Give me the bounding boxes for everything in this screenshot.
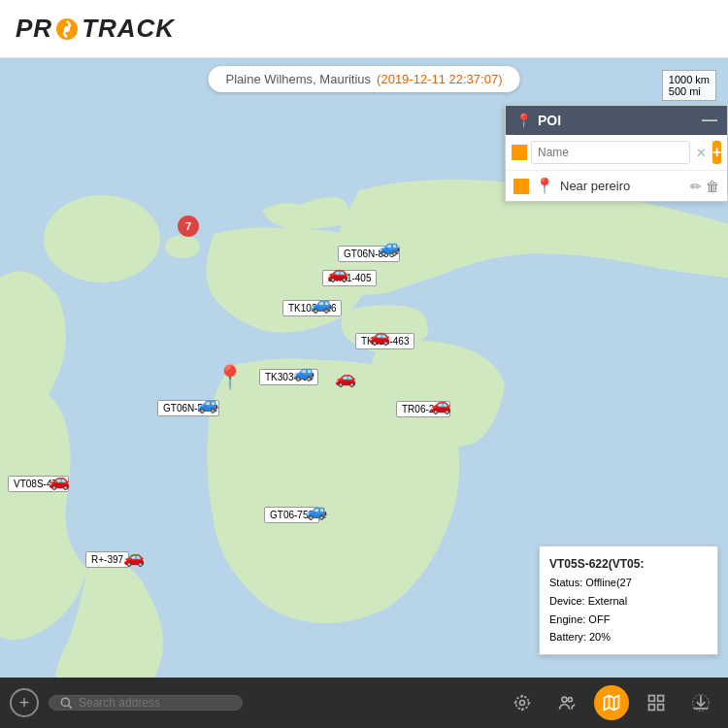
add-button[interactable]: +: [10, 688, 39, 717]
vehicle-popup-title: VT05S-622(VT05:: [549, 554, 708, 574]
poi-title-area: 📍 POI: [515, 113, 561, 128]
vehicle-popup-device: Device: External: [549, 592, 708, 611]
red-pin-marker[interactable]: 📍: [215, 364, 245, 391]
poi-item-location-icon: 📍: [535, 177, 554, 195]
svg-point-9: [562, 697, 567, 702]
poi-minimize-btn[interactable]: —: [702, 112, 717, 129]
logo-text-track: TRACK: [82, 14, 175, 44]
svg-line-6: [69, 706, 72, 709]
vehicle-popup-status: Status: Offline(27: [549, 574, 708, 592]
svg-point-1: [64, 26, 70, 32]
poi-item-edit-btn[interactable]: ✏: [690, 179, 702, 194]
search-bar: [49, 695, 243, 711]
svg-rect-17: [658, 705, 664, 711]
download-icon: [691, 693, 711, 712]
grid-btn[interactable]: [639, 685, 674, 720]
location-btn[interactable]: [505, 685, 540, 720]
poi-search-clear-btn[interactable]: ✕: [694, 146, 709, 160]
logo-text-pr: PR: [16, 14, 52, 44]
svg-point-7: [520, 701, 525, 706]
poi-item-checkbox[interactable]: [513, 179, 529, 194]
svg-rect-15: [658, 696, 664, 702]
poi-item-row: 📍 Near pereiro ✏ 🗑: [506, 170, 727, 201]
svg-point-10: [568, 698, 572, 702]
cluster-iceland[interactable]: 7: [178, 215, 199, 237]
svg-point-4: [165, 235, 200, 258]
vehicle-tk116-463[interactable]: 🚗: [369, 325, 390, 347]
map-active-icon: [602, 693, 621, 712]
vehicle-r397[interactable]: 🚗: [123, 546, 145, 568]
grid-icon: [646, 693, 666, 712]
poi-panel: 📍 POI — ✕ + 📍 Near pereiro ✏ 🗑: [505, 105, 728, 202]
scale-km: 1000 km: [669, 74, 710, 85]
scale-mi: 500 mi: [669, 85, 710, 97]
group-btn[interactable]: [549, 685, 584, 720]
vehicle-vt08s-474[interactable]: 🚗: [49, 470, 70, 491]
poi-add-btn[interactable]: +: [712, 141, 721, 164]
bottom-toolbar: +: [0, 678, 728, 728]
download-btn[interactable]: [683, 685, 718, 720]
vehicle-gt06n-806[interactable]: 🚙: [379, 236, 400, 257]
datetime-text: (2019-12-11 22:37:07): [377, 72, 502, 86]
logo-icon: [53, 16, 81, 43]
location-text: Plaine Wilhems, Mauritius: [226, 72, 372, 86]
poi-item-name: Near pereiro: [560, 179, 684, 193]
vehicle-gt06n-554[interactable]: 🚙: [197, 393, 218, 414]
location-icon: [513, 693, 532, 712]
poi-item-delete-btn[interactable]: 🗑: [706, 179, 719, 194]
poi-header: 📍 POI —: [506, 106, 727, 135]
main-content: Plaine Wilhems, Mauritius (2019-12-11 22…: [0, 58, 728, 728]
poi-title: POI: [538, 113, 561, 128]
svg-rect-16: [649, 705, 655, 711]
poi-filter-checkbox[interactable]: [512, 145, 527, 160]
svg-point-3: [44, 195, 160, 282]
svg-marker-11: [605, 696, 619, 711]
map-info-bar: Plaine Wilhems, Mauritius (2019-12-11 22…: [209, 66, 520, 92]
poi-item-actions: ✏ 🗑: [690, 179, 719, 194]
search-input[interactable]: [79, 696, 232, 710]
svg-point-8: [515, 696, 528, 709]
poi-search-row: ✕ +: [506, 135, 727, 170]
vehicle-popup-battery: Battery: 20%: [549, 628, 708, 646]
search-icon: [59, 696, 73, 710]
vehicle-jm01-405[interactable]: 🚗: [327, 262, 348, 283]
svg-point-5: [61, 698, 69, 706]
group-icon: [557, 693, 577, 712]
app-header: PR TRACK: [0, 0, 728, 58]
poi-location-icon: 📍: [515, 113, 532, 128]
vehicle-popup: VT05S-622(VT05: Status: Offline(27 Devic…: [539, 546, 718, 655]
vehicle-tk103-926[interactable]: 🚙: [311, 293, 332, 314]
vehicle-popup-engine: Engine: OFF: [549, 611, 708, 629]
map-btn[interactable]: [594, 685, 629, 720]
vehicle-334[interactable]: 🚗: [335, 367, 356, 388]
scale-bar: 1000 km 500 mi: [662, 70, 716, 101]
poi-search-input[interactable]: [531, 141, 690, 164]
vehicle-tk303-300[interactable]: 🚙: [293, 361, 314, 382]
svg-rect-14: [649, 696, 655, 702]
vehicle-tr06-226[interactable]: 🚗: [430, 394, 451, 415]
logo: PR TRACK: [16, 14, 175, 44]
vehicle-gt06-750[interactable]: 🚙: [306, 500, 327, 521]
map-area[interactable]: Plaine Wilhems, Mauritius (2019-12-11 22…: [0, 58, 728, 728]
